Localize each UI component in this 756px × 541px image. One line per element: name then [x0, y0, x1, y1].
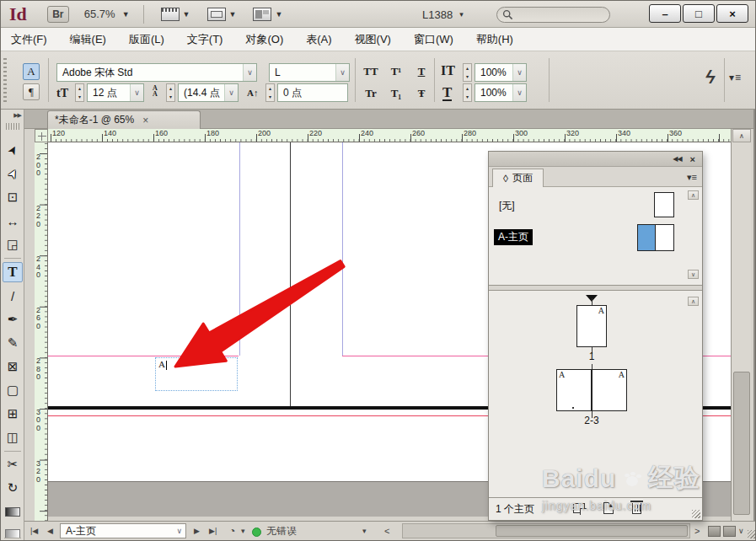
previous-page-button[interactable]: ◀ — [45, 524, 56, 538]
frame-tool[interactable]: ⊠ — [3, 356, 23, 377]
font-family-chevron-icon[interactable]: ∨ — [243, 64, 256, 81]
new-page-icon[interactable] — [603, 502, 614, 514]
selection-tool[interactable]: ➤ — [3, 140, 23, 160]
screen-mode-dropdown-icon[interactable]: ▼ — [229, 10, 237, 19]
stepper-up-icon[interactable]: ▴ — [266, 84, 274, 93]
maximize-button[interactable]: □ — [683, 4, 715, 23]
search-input[interactable] — [496, 7, 610, 23]
superscript-button[interactable]: T¹ — [385, 63, 407, 80]
workspace-switcher[interactable]: L1388 ▾ — [422, 1, 464, 28]
menu-item[interactable]: 视图(V) — [355, 32, 403, 47]
ruler-origin-corner[interactable] — [35, 129, 48, 142]
spread-2-3-label[interactable]: 2-3 — [573, 415, 610, 426]
type-style-chevron-icon[interactable]: ∨ — [335, 64, 349, 81]
edit-page-size-icon[interactable] — [573, 503, 585, 513]
arrange-documents-dropdown-icon[interactable]: ▼ — [275, 10, 282, 19]
pencil-tool[interactable]: ✎ — [3, 333, 23, 353]
master-item-a[interactable]: A-主页 — [494, 229, 533, 245]
leading-stepper[interactable]: ▴ ▾ — [166, 83, 175, 102]
subscript-button[interactable]: T₁ — [385, 85, 407, 102]
stepper-up-icon[interactable]: ▴ — [167, 84, 174, 93]
type-tool[interactable]: T — [3, 262, 23, 282]
view-options-button[interactable]: ▼ — [161, 8, 190, 21]
page-2-thumbnail[interactable]: A — [556, 369, 592, 411]
page-1-thumbnail[interactable]: A — [576, 305, 607, 347]
masters-scroll-down-button[interactable]: ∨ — [688, 270, 699, 279]
pages-panel-menu-icon[interactable]: ▾≡ — [687, 172, 697, 183]
stepper-up-icon[interactable]: ▴ — [464, 84, 471, 93]
scissors-tool[interactable]: ✂ — [3, 454, 23, 474]
document-tab-close-icon[interactable]: × — [142, 115, 148, 126]
all-caps-button[interactable]: TT — [360, 63, 382, 80]
page-combo-chevron-icon[interactable]: ∨ — [176, 527, 182, 535]
screen-mode-button[interactable]: ▼ — [207, 8, 237, 21]
control-panel-grip[interactable] — [3, 58, 7, 102]
font-family-combo[interactable]: Adobe 宋体 Std ∨ — [56, 63, 257, 82]
panel-resize-grip[interactable] — [692, 510, 700, 518]
horizontal-scale-combo[interactable]: 100% ∨ — [475, 83, 527, 102]
scroll-right-button[interactable]: > — [692, 524, 702, 538]
stepper-down-icon[interactable]: ▾ — [266, 93, 274, 101]
menu-item[interactable]: 窗口(W) — [414, 32, 465, 47]
menu-item[interactable]: 编辑(E) — [70, 32, 118, 47]
window-resize-grip[interactable] — [748, 530, 756, 538]
masters-scroll-up-button[interactable]: ∧ — [688, 190, 699, 200]
close-button[interactable]: × — [716, 4, 748, 23]
preflight-menu-icon[interactable]: ◔ — [227, 524, 238, 538]
page-3-thumbnail[interactable]: A — [592, 369, 627, 411]
stepper-down-icon[interactable]: ▾ — [464, 72, 471, 81]
stepper-down-icon[interactable]: ▾ — [76, 93, 83, 101]
vertical-grid-tool[interactable]: ◫ — [3, 427, 23, 447]
document-tab[interactable]: *未命名-1 @ 65% × — [47, 110, 201, 129]
view-options-dropdown-icon[interactable]: ▼ — [183, 10, 190, 19]
vertical-scrollbar-thumb[interactable] — [733, 372, 750, 515]
status-dropdown-icon[interactable]: ▾ — [360, 524, 369, 538]
zoom-level-control[interactable]: 65.7% ▼ — [84, 8, 130, 20]
menu-item[interactable]: 对象(O) — [245, 32, 295, 47]
font-size-combo[interactable]: 12 点 ∨ — [87, 83, 144, 102]
pages-panel-tab[interactable]: ◊ 页面 — [492, 169, 544, 187]
font-size-chevron-icon[interactable]: ∨ — [130, 84, 143, 101]
leading-combo[interactable]: (14.4 点 ∨ — [178, 83, 239, 102]
leading-chevron-icon[interactable]: ∨ — [224, 84, 238, 101]
horizontal-grid-tool[interactable]: ⊞ — [3, 404, 23, 424]
menu-item[interactable]: 帮助(H) — [476, 32, 525, 47]
paragraph-formatting-button[interactable]: ¶ — [23, 83, 40, 100]
vertical-ruler[interactable]: 200220240260280300320 — [35, 142, 48, 521]
master-none-thumbnail[interactable] — [654, 192, 674, 217]
direct-selection-tool[interactable]: ➤ — [3, 163, 23, 184]
menu-item[interactable]: 文字(T) — [187, 32, 235, 47]
underline-button[interactable]: T — [410, 63, 432, 80]
master-a-thumbnail-right[interactable] — [656, 224, 674, 251]
zoom-dropdown-icon[interactable]: ▼ — [122, 10, 130, 19]
rotate-tool[interactable]: ↻ — [3, 478, 23, 498]
menu-item[interactable]: 版面(L) — [129, 32, 176, 47]
tools-panel-grip[interactable] — [6, 123, 19, 130]
scroll-left-button[interactable]: < — [382, 524, 392, 538]
panel-splitter[interactable] — [489, 285, 702, 291]
stepper-down-icon[interactable]: ▾ — [464, 93, 471, 101]
scroll-up-button[interactable]: ∧ — [732, 129, 751, 142]
quick-apply-icon[interactable]: ϟ — [703, 67, 717, 88]
panel-collapse-icon[interactable]: ◀◀ — [673, 155, 681, 163]
gradient-swatch-tool[interactable] — [3, 501, 23, 522]
vertical-scale-stepper[interactable]: ▴ ▾ — [463, 63, 472, 82]
vertical-scrollbar[interactable]: ∧ — [731, 129, 751, 521]
rectangle-tool[interactable]: ▢ — [3, 380, 23, 400]
small-caps-button[interactable]: Tr — [360, 85, 382, 102]
control-panel-menu-icon[interactable]: ▾≡ — [729, 72, 742, 83]
arrange-documents-button[interactable]: ▼ — [253, 8, 282, 21]
first-page-button[interactable]: |◀ — [28, 524, 40, 538]
pages-scroll-up-button[interactable]: ∧ — [688, 297, 699, 306]
baseline-shift-stepper[interactable]: ▴ ▾ — [265, 83, 275, 102]
stepper-up-icon[interactable]: ▴ — [464, 64, 471, 72]
character-formatting-button[interactable]: A — [23, 63, 40, 80]
gap-tool[interactable]: ↔ — [3, 211, 23, 231]
master-a-thumbnail-left[interactable] — [637, 224, 656, 251]
horizontal-ruler[interactable]: 120140160180200220240260280300320340360 — [48, 129, 731, 142]
font-size-stepper[interactable]: ▴ ▾ — [75, 83, 84, 102]
horizontal-scrollbar-thumb[interactable] — [496, 525, 688, 537]
line-tool[interactable]: / — [3, 286, 23, 306]
horizontal-scale-chevron-icon[interactable]: ∨ — [512, 84, 526, 101]
preflight-dropdown-icon[interactable]: ▾ — [239, 524, 248, 538]
